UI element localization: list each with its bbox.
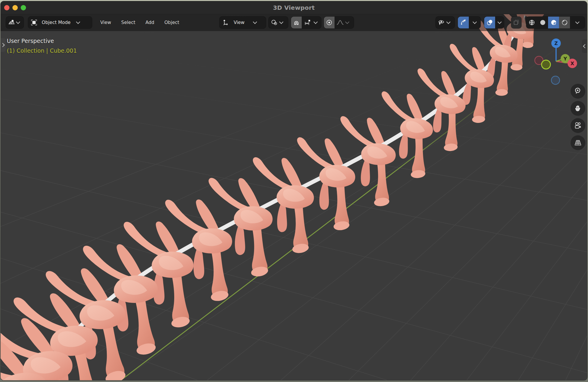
show-overlays-toggle[interactable] bbox=[484, 17, 495, 28]
chevron-down-icon bbox=[345, 20, 349, 24]
chevron-down-icon bbox=[279, 20, 283, 24]
gizmo-axis-z[interactable]: Z bbox=[551, 38, 561, 48]
viewport-3d[interactable]: Object Mode View Select Add Object View bbox=[1, 14, 587, 380]
pivot-point-icon bbox=[269, 17, 280, 28]
chevron-down-icon bbox=[76, 20, 80, 24]
spine-model bbox=[1, 14, 587, 380]
gizmo-axis-neg-y[interactable] bbox=[542, 60, 550, 69]
snapping-group bbox=[291, 17, 321, 28]
show-gizmos-toggle[interactable] bbox=[458, 17, 469, 28]
wireframe-sphere-icon bbox=[528, 19, 535, 26]
pivot-point-dropdown[interactable] bbox=[269, 17, 288, 28]
close-button[interactable] bbox=[4, 5, 9, 10]
shading-material-preview-button[interactable] bbox=[548, 17, 559, 28]
magnet-icon bbox=[293, 19, 300, 26]
object-visibility-dropdown[interactable] bbox=[436, 17, 455, 28]
mode-label: Object Mode bbox=[40, 20, 72, 25]
pan-button[interactable] bbox=[571, 101, 585, 116]
zoom-icon bbox=[574, 87, 582, 95]
svg-text:X: X bbox=[571, 61, 574, 66]
blender-window: Object Mode View Select Add Object View bbox=[1, 1, 587, 380]
toolbar-expand-tab[interactable] bbox=[1, 38, 6, 52]
proportional-editing-toggle[interactable] bbox=[324, 17, 335, 28]
svg-text:Z: Z bbox=[554, 41, 558, 46]
chevron-down-icon bbox=[446, 20, 450, 24]
zoom-button[interactable] bbox=[571, 84, 585, 99]
shading-rendered-button[interactable] bbox=[559, 17, 570, 28]
overlays-circles-icon bbox=[486, 19, 493, 26]
orientation-label: View bbox=[232, 20, 246, 25]
falloff-dropdown[interactable] bbox=[335, 17, 346, 28]
chevron-right-icon bbox=[1, 43, 5, 47]
window-titlebar: 3D Viewport bbox=[1, 1, 587, 14]
menu-select[interactable]: Select bbox=[121, 20, 135, 25]
minimize-button[interactable] bbox=[12, 5, 18, 10]
grid-perspective-icon bbox=[574, 138, 582, 147]
chevron-down-icon bbox=[314, 20, 318, 24]
overlays-dropdown[interactable] bbox=[495, 17, 504, 28]
fullscreen-button[interactable] bbox=[21, 5, 26, 10]
shading-modes-group bbox=[526, 17, 585, 28]
header-menus: View Select Add Object bbox=[100, 17, 179, 28]
snap-toggle-button[interactable] bbox=[291, 17, 302, 28]
chevron-down-icon bbox=[497, 20, 502, 24]
editor-3d-viewport-icon bbox=[6, 17, 17, 28]
hand-icon bbox=[574, 104, 582, 113]
camera-icon bbox=[574, 121, 582, 130]
object-mode-icon bbox=[28, 17, 40, 28]
camera-view-button[interactable] bbox=[571, 118, 585, 133]
visibility-eye-icon bbox=[436, 17, 447, 28]
svg-text:Y: Y bbox=[563, 56, 567, 62]
falloff-curve-icon bbox=[336, 19, 344, 26]
chevron-down-icon bbox=[473, 20, 477, 24]
snap-increment-icon bbox=[304, 19, 311, 26]
menu-add[interactable]: Add bbox=[146, 20, 154, 25]
toggle-projection-button[interactable] bbox=[571, 135, 585, 150]
xray-toggle[interactable] bbox=[511, 17, 521, 28]
gizmos-dropdown[interactable] bbox=[469, 17, 481, 28]
proportional-circle-icon bbox=[326, 19, 333, 26]
solid-sphere-icon bbox=[539, 19, 546, 26]
overlays-group bbox=[484, 17, 504, 28]
shading-solid-button[interactable] bbox=[537, 17, 548, 28]
shading-dropdown[interactable] bbox=[570, 17, 585, 28]
orientation-axes-icon bbox=[219, 17, 232, 28]
viewport-nav-buttons bbox=[571, 81, 585, 153]
menu-object[interactable]: Object bbox=[164, 20, 179, 25]
gizmo-arc-arrow-icon bbox=[460, 19, 467, 26]
chevron-down-icon bbox=[253, 20, 257, 24]
snap-with-dropdown[interactable] bbox=[302, 17, 314, 28]
xray-squares-icon bbox=[511, 17, 521, 28]
view-perspective-label: User Perspective bbox=[7, 38, 54, 44]
chevron-down-icon bbox=[575, 20, 579, 24]
gizmo-axis-x[interactable]: X bbox=[568, 59, 577, 68]
navigation-gizmo[interactable]: Y X Z bbox=[528, 35, 584, 86]
transform-orientation-dropdown[interactable]: View bbox=[219, 17, 266, 28]
material-preview-sphere-icon bbox=[550, 19, 557, 26]
menu-view[interactable]: View bbox=[100, 20, 111, 25]
gizmo-axis-neg-z[interactable] bbox=[551, 76, 560, 84]
active-object-breadcrumb: (1) Collection | Cube.001 bbox=[7, 47, 77, 54]
window-title: 3D Viewport bbox=[273, 4, 315, 11]
gizmos-group bbox=[458, 17, 481, 28]
proportional-editing-group bbox=[324, 17, 354, 28]
rendered-sphere-icon bbox=[561, 19, 568, 26]
editor-type-dropdown[interactable] bbox=[6, 17, 24, 28]
mode-selector-dropdown[interactable]: Object Mode bbox=[28, 17, 92, 28]
traffic-lights bbox=[4, 1, 26, 14]
shading-wireframe-button[interactable] bbox=[526, 17, 537, 28]
chevron-down-icon bbox=[16, 20, 20, 24]
